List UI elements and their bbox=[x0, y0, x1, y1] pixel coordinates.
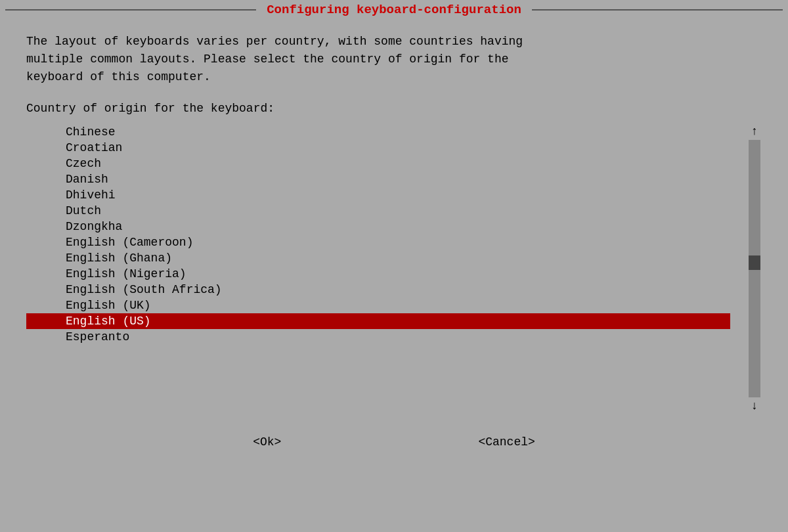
title-bar: Configuring keyboard-configuration bbox=[0, 0, 788, 21]
list-area: ChineseCroatianCzechDanishDhivehiDutchDz… bbox=[26, 124, 743, 413]
scroll-track[interactable] bbox=[749, 140, 760, 397]
list-container: ChineseCroatianCzechDanishDhivehiDutchDz… bbox=[26, 124, 762, 413]
list-item[interactable]: Danish bbox=[26, 171, 743, 187]
title-bar-line-left bbox=[5, 9, 256, 11]
list-item[interactable]: English (US) bbox=[26, 313, 730, 329]
buttons-row: <Ok> <Cancel> bbox=[26, 413, 762, 464]
ok-button[interactable]: <Ok> bbox=[246, 433, 288, 451]
scroll-up-arrow[interactable]: ↑ bbox=[751, 124, 758, 139]
list-item[interactable]: English (South Africa) bbox=[26, 282, 743, 298]
scroll-thumb[interactable] bbox=[749, 255, 760, 270]
list-item[interactable]: Czech bbox=[26, 156, 743, 171]
list-item[interactable]: Croatian bbox=[26, 140, 743, 156]
dialog-title: Configuring keyboard-configuration bbox=[261, 3, 527, 17]
main-content: The layout of keyboards varies per count… bbox=[0, 21, 788, 532]
section-label: Country of origin for the keyboard: bbox=[26, 102, 762, 115]
list-item[interactable]: Dutch bbox=[26, 203, 743, 219]
cancel-button[interactable]: <Cancel> bbox=[471, 433, 541, 451]
list-item[interactable]: Esperanto bbox=[26, 329, 743, 345]
scroll-down-arrow[interactable]: ↓ bbox=[751, 399, 758, 413]
description: The layout of keyboards varies per count… bbox=[26, 33, 762, 86]
description-line2: multiple common layouts. Please select t… bbox=[26, 53, 509, 66]
list-item[interactable]: English (Ghana) bbox=[26, 250, 743, 266]
screen: Configuring keyboard-configuration The l… bbox=[0, 0, 788, 532]
list-item[interactable]: English (Cameroon) bbox=[26, 234, 743, 250]
list-item[interactable]: Chinese bbox=[26, 124, 743, 140]
list-item[interactable]: Dhivehi bbox=[26, 187, 743, 203]
list-item[interactable]: English (Nigeria) bbox=[26, 266, 743, 282]
title-bar-line-right bbox=[532, 9, 783, 11]
scrollbar[interactable]: ↑ ↓ bbox=[743, 124, 762, 413]
description-line3: keyboard of this computer. bbox=[26, 70, 211, 83]
list-item[interactable]: Dzongkha bbox=[26, 219, 743, 234]
list-item[interactable]: English (UK) bbox=[26, 298, 743, 313]
description-line1: The layout of keyboards varies per count… bbox=[26, 35, 523, 48]
